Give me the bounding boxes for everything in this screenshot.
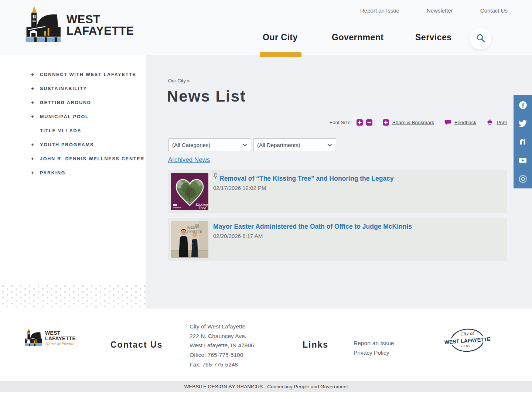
expand-plus-icon[interactable]: + [31,100,40,106]
expand-plus-icon[interactable]: + [31,86,40,92]
granicus-credit-bar: WEBSITE DESIGN BY GRANICUS - Connecting … [0,381,532,392]
site-header: WEST LAFAYETTE Report an Issue Newslette… [0,0,532,55]
sidebar-item-parking[interactable]: + PARKING [0,166,146,180]
search-button[interactable] [470,28,491,50]
print-link[interactable]: Print [497,120,507,125]
logo-wordmark: WEST LAFAYETTE [66,14,134,37]
site-logo[interactable]: WEST LAFAYETTE [24,5,134,45]
footer-links-heading: Links [303,340,328,350]
feedback-icon[interactable] [444,119,451,126]
footer-address: City of West Lafayette 222 N. Chauncey A… [190,322,254,369]
news-row: Kissing Tree Removal of “The Kissing Tre… [168,170,507,213]
expand-plus-icon[interactable]: + [31,156,40,162]
news-row: WEST LAFAYETTE Mayor Easter Administered… [168,218,507,261]
youtube-icon[interactable] [514,151,532,170]
site-footer: WEST LAFAYETTE Home of Purdue Contact Us… [0,308,532,381]
expand-plus-icon[interactable]: + [31,170,40,176]
sidebar-item-youth-programs[interactable]: + YOUTH PROGRAMS [0,138,146,152]
twitter-icon[interactable] [514,114,532,133]
svg-text:• IND •: • IND • [461,344,474,348]
decorative-dot-pattern [0,284,146,308]
page-title: News List [167,88,246,105]
print-icon[interactable] [487,119,493,126]
footer-links: Report an Issue Privacy Policy [354,338,394,358]
nav-our-city[interactable]: Our City [263,33,298,42]
report-an-issue-link[interactable]: Report an Issue [360,7,399,14]
feedback-link[interactable]: Feedback [454,120,476,125]
nav-services[interactable]: Services [415,33,452,42]
breadcrumb[interactable]: Our City » [168,78,190,83]
utility-nav: Report an Issue Newsletter Contact Us [360,7,508,14]
expand-plus-icon[interactable]: + [31,114,40,120]
chevron-down-icon [242,141,247,148]
search-icon [476,33,485,44]
svg-text:Tree: Tree [198,206,206,210]
archived-news-link[interactable]: Archived News [168,156,210,164]
facebook-icon[interactable] [514,96,532,114]
city-seal-badge: City of WEST LAFAYETTE • IND • [444,328,491,354]
instagram-icon[interactable] [514,170,532,188]
expand-plus-icon[interactable]: + [31,72,40,78]
departments-select[interactable]: (All Departments) [253,139,336,151]
footer-logo-tagline: Home of Purdue [45,342,76,346]
news-filters: (All Categories) (All Departments) [168,139,336,151]
expand-plus-icon[interactable]: + [31,142,40,148]
nextdoor-icon[interactable] [514,133,532,151]
contact-us-link[interactable]: Contact Us [480,7,508,14]
font-increase-button[interactable] [357,119,363,126]
active-nav-indicator [260,52,301,57]
share-bookmark-link[interactable]: Share & Bookmark [392,120,434,125]
footer-divider [339,327,339,362]
granicus-credit-text[interactable]: WEBSITE DESIGN BY GRANICUS - Connecting … [184,384,348,389]
footer-logo[interactable]: WEST LAFAYETTE Home of Purdue [24,328,76,348]
sidebar-item-sustainability[interactable]: + SUSTAINABILITY [0,82,146,96]
news-date: 02/17/2026 12:02 PM [213,185,394,191]
font-decrease-button[interactable] [366,119,372,126]
city-building-logo-icon [24,5,61,45]
sidebar-item-getting-around[interactable]: + GETTING AROUND [0,96,146,110]
footer-contact-heading: Contact Us [110,340,163,350]
news-list: Kissing Tree Removal of “The Kissing Tre… [168,170,507,266]
footer-logo-wordmark: WEST LAFAYETTE Home of Purdue [45,330,76,346]
footer-report-issue-link[interactable]: Report an Issue [354,338,394,348]
share-plus-icon[interactable] [383,119,389,126]
news-title-link[interactable]: Mayor Easter Administered the Oath of Of… [213,223,412,231]
news-title-link[interactable]: Removal of “The Kissing Tree” and Honori… [219,175,394,183]
footer-privacy-policy-link[interactable]: Privacy Policy [354,348,394,358]
city-building-logo-icon [24,328,42,348]
news-date: 02/20/2026 8:17 AM [213,233,412,239]
page-toolbar: Font Size: Share & Bookmark Feedback Pri… [330,119,507,126]
kissing-tree-thumbnail[interactable]: Kissing Tree [171,173,208,210]
chevron-down-icon [327,141,332,148]
sidebar-item-municipal-pool[interactable]: + MUNICIPAL POOL [0,110,146,124]
sidebar-item-title-vi-ada[interactable]: TITLE VI / ADA [0,124,146,138]
sidebar-item-wellness-center[interactable]: + JOHN R. DENNIS WELLNESS CENTER [0,152,146,166]
sidebar-item-connect[interactable]: + CONNECT WITH WEST LAFAYETTE [0,68,146,82]
svg-text:City of: City of [460,331,475,337]
left-sidebar: + CONNECT WITH WEST LAFAYETTE + SUSTAINA… [0,55,146,308]
categories-select[interactable]: (All Categories) [168,139,251,151]
oath-of-office-thumbnail[interactable]: WEST LAFAYETTE [171,221,208,258]
newsletter-link[interactable]: Newsletter [427,7,453,14]
font-size-label: Font Size: [330,120,352,125]
social-media-rail [514,95,532,188]
svg-text:WEST LAFAYETTE: WEST LAFAYETTE [444,336,491,345]
pinned-icon [213,173,218,181]
footer-divider [172,327,172,362]
nav-government[interactable]: Government [332,33,383,42]
